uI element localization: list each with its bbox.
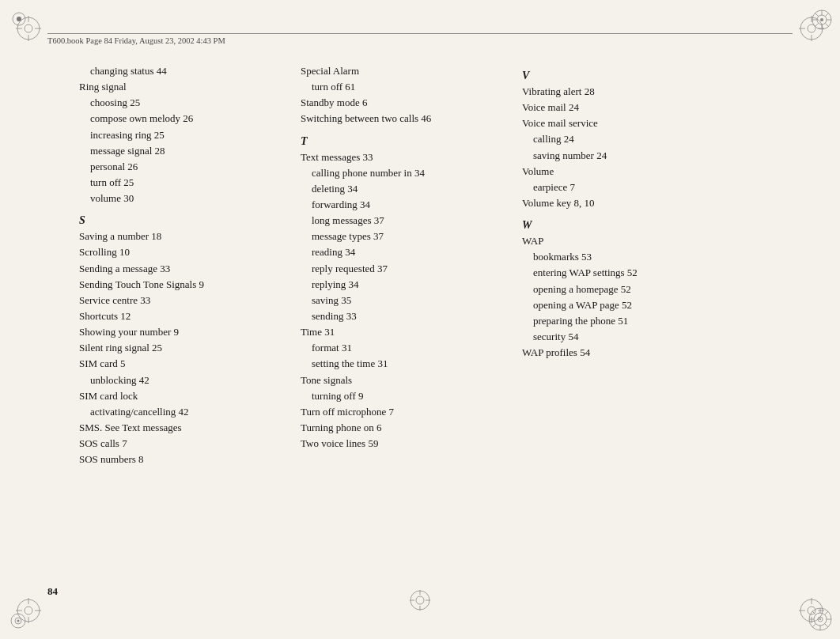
entry-sos-numbers: SOS numbers 8 — [79, 452, 285, 467]
svg-point-53 — [416, 596, 424, 604]
svg-point-33 — [17, 620, 20, 622]
letter-t: T — [301, 135, 506, 148]
letter-v: V — [522, 70, 712, 82]
corner-ornament-tl — [11, 11, 27, 27]
entry-ring-signal: Ring signal — [79, 79, 285, 95]
entry-switching-calls: Switching between two calls 46 — [301, 111, 506, 127]
entry-setting-time: setting the time 31 — [301, 356, 506, 372]
corner-ornament-br — [807, 606, 834, 633]
entry-increasing-ring: increasing ring 25 — [79, 127, 285, 143]
entry-turning-off-9: turning off 9 — [301, 388, 506, 404]
left-column-entries: changing status 44 Ring signal choosing … — [79, 63, 285, 206]
entry-turn-off-61: turn off 61 — [301, 79, 506, 95]
entry-turn-off: turn off 25 — [79, 175, 285, 191]
entry-saving-35: saving 35 — [301, 293, 506, 308]
entry-turn-off-microphone: Turn off microphone 7 — [301, 404, 506, 420]
entry-calling-phone-number: calling phone number in 34 — [301, 165, 506, 181]
entry-special-alarm: Special Alarm — [301, 63, 506, 79]
svg-line-51 — [812, 624, 815, 627]
svg-line-23 — [825, 13, 828, 17]
entry-reply-requested: reply requested 37 — [301, 261, 506, 277]
entry-turning-phone-on: Turning phone on 6 — [301, 420, 506, 436]
entry-sending-message: Sending a message 33 — [79, 261, 285, 277]
entry-sending-33: sending 33 — [301, 308, 506, 324]
page: T600.book Page 84 Friday, August 23, 200… — [0, 0, 840, 639]
entry-vibrating-alert: Vibrating alert 28 — [522, 84, 712, 100]
entry-calling-24: calling 24 — [522, 131, 712, 147]
entry-two-voice-lines: Two voice lines 59 — [301, 436, 506, 452]
page-number: 84 — [47, 585, 58, 598]
entry-message-types: message types 37 — [301, 229, 506, 244]
corner-ornament-bl — [9, 612, 27, 630]
section-t: T Text messages 33 calling phone number … — [301, 135, 506, 452]
entry-entering-wap-settings: entering WAP settings 52 — [522, 265, 712, 281]
entry-service-centre: Service centre 33 — [79, 293, 285, 308]
column-right: V Vibrating alert 28 Voice mail 24 Voice… — [522, 63, 728, 576]
svg-line-21 — [815, 13, 819, 17]
entry-security: security 54 — [522, 329, 712, 345]
letter-w: W — [522, 219, 712, 232]
entry-bookmarks: bookmarks 53 — [522, 249, 712, 265]
entry-wap: WAP — [522, 233, 712, 249]
section-w: W WAP bookmarks 53 entering WAP settings… — [522, 219, 712, 361]
entry-volume-heading: Volume — [522, 164, 712, 180]
entry-changing-status: changing status 44 — [79, 63, 285, 79]
column-mid: Special Alarm turn off 61 Standby mode 6… — [301, 63, 522, 576]
entry-standby-mode: Standby mode 6 — [301, 95, 506, 111]
content-area: changing status 44 Ring signal choosing … — [79, 63, 793, 576]
entry-shortcuts: Shortcuts 12 — [79, 308, 285, 324]
header-text: T600.book Page 84 Friday, August 23, 200… — [47, 36, 225, 45]
entry-saving-number: Saving a number 18 — [79, 229, 285, 244]
svg-point-43 — [819, 618, 821, 620]
entry-compose-own-melody: compose own melody 26 — [79, 111, 285, 127]
entry-volume: volume 30 — [79, 191, 285, 206]
entry-activating-cancelling: activating/cancelling 42 — [79, 404, 285, 420]
entry-replying: replying 34 — [301, 277, 506, 293]
bottom-center-mark — [408, 588, 432, 615]
entry-sim-card-lock: SIM card lock — [79, 388, 285, 404]
entry-forwarding: forwarding 34 — [301, 197, 506, 213]
entry-text-messages: Text messages 33 — [301, 149, 506, 165]
svg-line-49 — [825, 624, 828, 627]
entry-tone-signals: Tone signals — [301, 372, 506, 388]
entry-deleting: deleting 34 — [301, 181, 506, 197]
entry-preparing-phone: preparing the phone 51 — [522, 313, 712, 329]
entry-saving-number-24: saving number 24 — [522, 148, 712, 164]
section-special-alarm: Special Alarm turn off 61 Standby mode 6… — [301, 63, 506, 127]
svg-point-16 — [820, 18, 823, 21]
entry-message-signal: message signal 28 — [79, 143, 285, 159]
svg-line-24 — [815, 23, 819, 26]
entry-wap-profiles: WAP profiles 54 — [522, 345, 712, 361]
entry-reading: reading 34 — [301, 244, 506, 260]
entry-time: Time 31 — [301, 324, 506, 340]
section-v: V Vibrating alert 28 Voice mail 24 Voice… — [522, 70, 712, 211]
letter-s: S — [79, 214, 285, 227]
column-left: changing status 44 Ring signal choosing … — [79, 63, 301, 576]
entry-personal: personal 26 — [79, 159, 285, 175]
section-s: S Saving a number 18 Scrolling 10 Sendin… — [79, 214, 285, 467]
entry-showing-number: Showing your number 9 — [79, 324, 285, 340]
entry-sms: SMS. See Text messages — [79, 420, 285, 436]
svg-point-7 — [17, 17, 21, 21]
header-bar: T600.book Page 84 Friday, August 23, 200… — [47, 33, 793, 45]
corner-ornament-tr — [810, 8, 834, 32]
entry-unblocking: unblocking 42 — [79, 372, 285, 388]
entry-earpiece: earpiece 7 — [522, 180, 712, 195]
entry-opening-wap-page: opening a WAP page 52 — [522, 297, 712, 313]
entry-format: format 31 — [301, 340, 506, 356]
entry-sos-calls: SOS calls 7 — [79, 436, 285, 452]
entry-choosing: choosing 25 — [79, 95, 285, 111]
entry-volume-key: Volume key 8, 10 — [522, 195, 712, 211]
entry-long-messages: long messages 37 — [301, 213, 506, 229]
entry-sending-touch-tone: Sending Touch Tone Signals 9 — [79, 277, 285, 293]
entry-opening-homepage: opening a homepage 52 — [522, 282, 712, 297]
entry-scrolling: Scrolling 10 — [79, 244, 285, 260]
entry-sim-card: SIM card 5 — [79, 356, 285, 372]
svg-line-50 — [825, 611, 828, 614]
entry-silent-ring: Silent ring signal 25 — [79, 340, 285, 356]
svg-line-48 — [812, 611, 815, 614]
entry-voice-mail-service: Voice mail service — [522, 115, 712, 131]
entry-voice-mail-24: Voice mail 24 — [522, 100, 712, 115]
svg-line-22 — [825, 23, 828, 26]
